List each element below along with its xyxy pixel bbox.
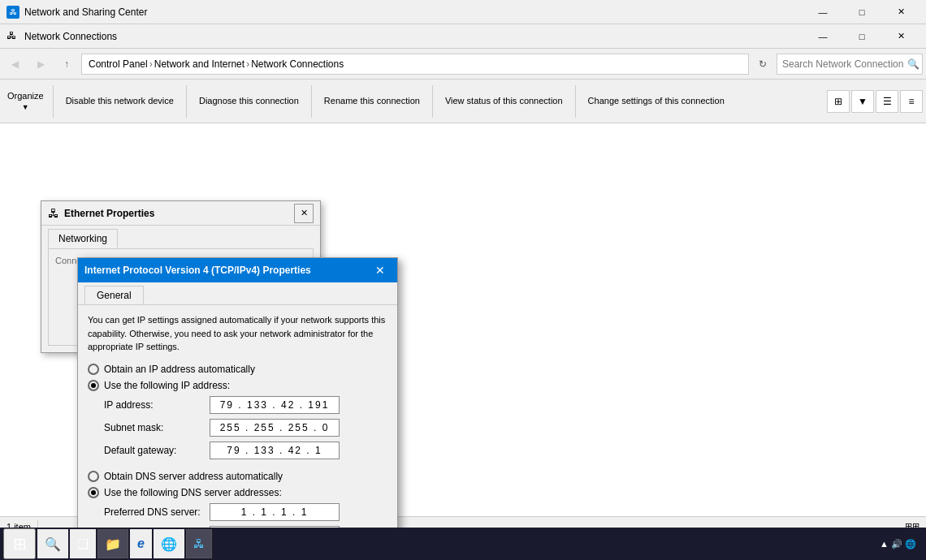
ie-icon: e: [137, 536, 145, 551]
search-button[interactable]: 🔍: [37, 529, 68, 558]
window-title-1: Network and Sharing Center: [24, 6, 799, 18]
manual-ip-label: Use the following IP address:: [104, 380, 230, 391]
ipv4-title: Internet Protocol Version 4 (TCP/IPv4) P…: [84, 265, 365, 276]
search-icon: 🔍: [45, 536, 61, 552]
toolbar-separator-2: [186, 85, 187, 118]
ethernet-dialog-title: Ethernet Properties: [64, 208, 289, 219]
subnet-mask-input[interactable]: 255 . 255 . 255 . 0: [210, 419, 340, 437]
system-clock: ▲ 🔊 🌐: [873, 539, 923, 549]
ipv4-titlebar: Internet Protocol Version 4 (TCP/IPv4) P…: [78, 258, 397, 282]
window-controls-2: — □ ✕: [804, 24, 920, 49]
start-button[interactable]: ⊞: [3, 528, 36, 559]
manual-dns-label: Use the following DNS server addresses:: [104, 487, 282, 498]
subnet-mask-label: Subnet mask:: [104, 422, 210, 433]
window-titlebar-1: 🖧 Network and Sharing Center — □ ✕: [0, 0, 926, 24]
organize-dropdown-icon: ▼: [22, 103, 29, 111]
diagnose-connection-button[interactable]: Diagnose this connection: [192, 81, 306, 122]
view-controls: ⊞ ▼ ☰ ≡: [827, 90, 923, 113]
ipv4-properties-dialog[interactable]: Internet Protocol Version 4 (TCP/IPv4) P…: [77, 257, 398, 560]
ie-taskbar-button[interactable]: e: [130, 529, 152, 558]
explorer-icon: 📁: [105, 536, 121, 552]
app-icon-1: 🖧: [6, 6, 19, 19]
window-titlebar-2: 🖧 Network Connections — □ ✕: [0, 24, 926, 49]
app-icon-2: 🖧: [6, 30, 19, 43]
close-btn-2[interactable]: ✕: [882, 24, 920, 49]
ip-address-input[interactable]: 79 . 133 . 42 . 191: [210, 396, 340, 414]
manual-ip-radio[interactable]: [88, 380, 99, 391]
preview-button[interactable]: ☰: [876, 90, 898, 113]
view-status-button[interactable]: View status of this connection: [438, 81, 570, 122]
path-control-panel: Control Panel: [89, 58, 148, 70]
toolbar-separator-3: [311, 85, 312, 118]
gateway-row: Default gateway: 79 . 133 . 42 . 1: [88, 442, 387, 459]
tab-networking[interactable]: Networking: [48, 229, 118, 248]
ethernet-dialog-close[interactable]: ✕: [294, 204, 314, 223]
view-dropdown-button[interactable]: ▼: [851, 90, 874, 113]
ethernet-dialog-icon: 🖧: [48, 207, 59, 220]
forward-button[interactable]: ▶: [29, 53, 52, 75]
ethernet-dialog-titlebar: 🖧 Ethernet Properties ✕: [41, 201, 320, 226]
window-title-2: Network Connections: [24, 31, 799, 42]
path-network-internet: Network and Internet: [154, 58, 244, 70]
address-path[interactable]: Control Panel › Network and Internet › N…: [81, 54, 749, 75]
auto-ip-radio[interactable]: [88, 364, 99, 375]
window-controls-1: — □ ✕: [804, 0, 920, 24]
change-settings-button[interactable]: Change settings of this connection: [581, 81, 732, 122]
ipv4-body: You can get IP settings assigned automat…: [78, 304, 397, 560]
search-input[interactable]: [782, 58, 904, 70]
manual-ip-row[interactable]: Use the following IP address:: [88, 380, 387, 391]
up-button[interactable]: ↑: [55, 53, 78, 75]
task-view-icon: ❑: [77, 536, 89, 552]
rename-connection-button[interactable]: Rename this connection: [317, 81, 427, 122]
gateway-input[interactable]: 79 . 133 . 42 . 1: [210, 442, 340, 459]
preferred-dns-label: Preferred DNS server:: [104, 506, 210, 518]
gateway-label: Default gateway:: [104, 445, 210, 456]
disable-network-button[interactable]: Disable this network device: [58, 81, 181, 122]
preferred-dns-row: Preferred DNS server: 1 . 1 . 1 . 1: [88, 503, 387, 521]
auto-dns-radio[interactable]: [88, 471, 99, 482]
toolbar-separator-4: [432, 85, 433, 118]
ip-address-label: IP address:: [104, 399, 210, 411]
ipv4-tabs: General: [78, 282, 397, 304]
toolbar: Organize ▼ Disable this network device D…: [0, 80, 926, 123]
network-taskbar-button[interactable]: 🖧: [186, 529, 212, 558]
search-box[interactable]: 🔍: [777, 54, 923, 75]
ip-address-row: IP address: 79 . 133 . 42 . 191: [88, 396, 387, 414]
manual-dns-row[interactable]: Use the following DNS server addresses:: [88, 487, 387, 498]
close-btn-1[interactable]: ✕: [882, 0, 920, 24]
network-icon: 🖧: [193, 537, 205, 550]
address-bar: ◀ ▶ ↑ Control Panel › Network and Intern…: [0, 49, 926, 80]
toolbar-separator-1: [53, 85, 54, 118]
search-icon: 🔍: [907, 58, 920, 70]
path-network-connections: Network Connections: [251, 58, 344, 70]
manual-dns-radio[interactable]: [88, 487, 99, 498]
preferred-dns-input[interactable]: 1 . 1 . 1 . 1: [210, 503, 340, 521]
view-options-button[interactable]: ⊞: [827, 90, 850, 113]
auto-ip-label: Obtain an IP address automatically: [104, 364, 255, 375]
explorer-taskbar-button[interactable]: 📁: [97, 529, 128, 558]
subnet-mask-row: Subnet mask: 255 . 255 . 255 . 0: [88, 419, 387, 437]
ethernet-dialog-tabs: Networking: [41, 226, 320, 248]
chrome-icon: 🌐: [161, 536, 177, 552]
chrome-taskbar-button[interactable]: 🌐: [154, 529, 184, 558]
taskbar: ⊞ 🔍 ❑ 📁 e 🌐 🖧 ▲ 🔊 🌐: [0, 528, 926, 560]
back-button[interactable]: ◀: [3, 53, 26, 75]
refresh-button[interactable]: ↻: [752, 54, 773, 75]
maximize-btn-2[interactable]: □: [843, 24, 881, 49]
ipv4-info-text: You can get IP settings assigned automat…: [88, 313, 387, 354]
organize-button[interactable]: Organize ▼: [3, 81, 48, 122]
auto-dns-row[interactable]: Obtain DNS server address automatically: [88, 471, 387, 482]
details-button[interactable]: ≡: [900, 90, 923, 113]
task-view-button[interactable]: ❑: [70, 529, 96, 558]
auto-dns-label: Obtain DNS server address automatically: [104, 471, 283, 482]
tab-general[interactable]: General: [84, 286, 144, 304]
maximize-btn-1[interactable]: □: [843, 0, 881, 24]
content-area: 🖧 Ethernet Properties ✕ Networking Conne…: [0, 123, 926, 516]
ipv4-close-button[interactable]: ✕: [370, 261, 391, 280]
minimize-btn-2[interactable]: —: [804, 24, 842, 49]
toolbar-separator-5: [575, 85, 576, 118]
auto-ip-row[interactable]: Obtain an IP address automatically: [88, 364, 387, 375]
minimize-btn-1[interactable]: —: [804, 0, 842, 24]
start-icon: ⊞: [13, 534, 27, 554]
